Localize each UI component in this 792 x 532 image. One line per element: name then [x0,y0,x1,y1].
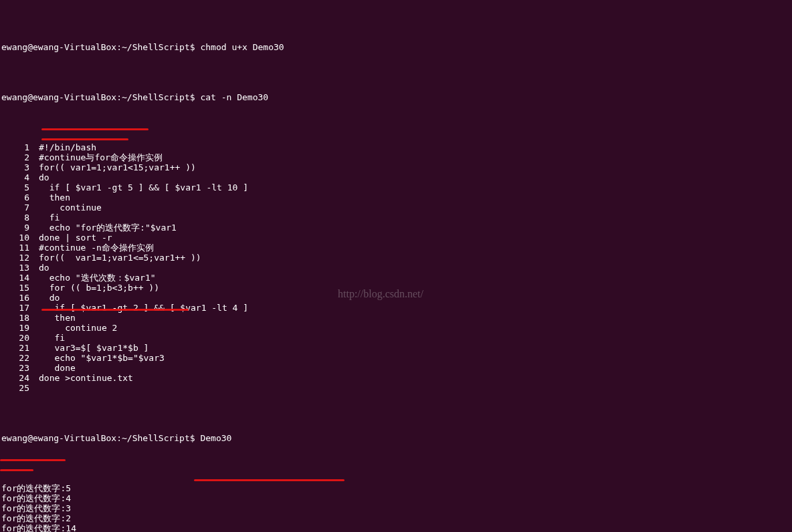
script-line: 22 echo "$var1*$b="$var3 [1,353,791,363]
line-number: 18 [1,313,39,323]
line-number: 6 [1,192,39,203]
line-code: done [39,363,76,373]
line-number: 5 [1,182,39,192]
cmd-chmod: chmod u+x Demo30 [200,42,284,52]
line-code: fi [39,213,60,223]
line-number: 4 [1,172,39,182]
line-code: then [39,313,76,323]
script-line: 8 fi [1,213,791,223]
script-line: 24done >continue.txt [1,373,791,383]
output-line: for的迭代数字:14 [1,523,791,532]
script-line: 16 do [1,293,791,303]
output-line: for的迭代数字:2 [1,513,791,523]
line-number: 10 [1,233,39,243]
line-code: then [39,192,70,203]
cmd-cat: cat -n Demo30 [200,92,268,102]
line-number: 21 [1,343,39,353]
annotation-underline-icon [0,459,66,461]
line-code: continue [39,203,102,213]
line-number: 2 [1,152,39,162]
script-line: 9 echo "for的迭代数字:"$var1 [1,223,791,233]
script-line: 7 continue [1,203,791,213]
script-line: 3for(( var1=1;var1<15;var1++ )) [1,162,791,172]
script-line: 14 echo "迭代次数：$var1" [1,273,791,283]
line-code: echo "$var1*$b="$var3 [39,353,165,363]
line-number: 7 [1,203,39,213]
line-code: do [39,263,50,273]
line-number: 15 [1,283,39,293]
script-line: 25 [1,383,791,393]
annotation-underline-icon [41,138,128,140]
line-code: continue 2 [39,323,117,333]
line-code: var3=$[ $var1*$b ] [39,343,148,353]
output-line: for的迭代数字:3 [1,503,791,513]
annotation-underline-icon [41,128,148,130]
line-code: echo "for的迭代数字:"$var1 [39,223,177,233]
line-code: fi [39,333,65,343]
line-number: 9 [1,223,39,233]
script-line: 15 for (( b=1;b<3;b++ )) [1,283,791,293]
line-code: for (( b=1;b<3;b++ )) [39,283,159,293]
script-line: 21 var3=$[ $var1*$b ] [1,343,791,353]
script-line: 19 continue 2 [1,323,791,333]
line-code: #continue -n命令操作实例 [39,243,154,253]
annotation-underline-icon [194,479,344,481]
output-line: for的迭代数字:4 [1,493,791,503]
prompt-line-run: ewang@ewang-VirtualBox:~/ShellScript$ De… [1,433,791,443]
script-line: 1#!/bin/bash [1,142,791,152]
prompt-path: ~/ShellScript [122,42,190,52]
line-code: do [39,293,60,303]
line-number: 11 [1,243,39,253]
line-number: 13 [1,263,39,273]
script-line: 11#continue -n命令操作实例 [1,243,791,253]
line-code: echo "迭代次数：$var1" [39,273,156,283]
line-code: do [39,172,50,182]
line-number: 12 [1,253,39,263]
line-number: 22 [1,353,39,363]
terminal[interactable]: ewang@ewang-VirtualBox:~/ShellScript$ ch… [0,0,792,532]
line-number: 14 [1,273,39,283]
line-number: 23 [1,363,39,373]
line-number: 24 [1,373,39,383]
line-number: 17 [1,303,39,313]
script-line: 18 then [1,313,791,323]
script-line: 20 fi [1,333,791,343]
line-code: #!/bin/bash [39,142,96,152]
script-line: 6 then [1,192,791,203]
script-line: 10done | sort -r [1,233,791,243]
line-code: if [ $var1 -gt 2 ] && [ $var1 -lt 4 ] [39,303,248,313]
prompt-line-cat: ewang@ewang-VirtualBox:~/ShellScript$ ca… [1,92,791,102]
line-code: for(( var1=1;var1<15;var1++ )) [39,162,196,172]
cat-output: 1#!/bin/bash2#continue与for命令操作实例3for(( v… [1,142,791,393]
line-number: 3 [1,162,39,172]
line-number: 8 [1,213,39,223]
script-line: 2#continue与for命令操作实例 [1,152,791,162]
script-line: 23 done [1,363,791,373]
line-code: for(( var1=1;var1<=5;var1++ )) [39,253,201,263]
line-number: 25 [1,383,39,393]
line-code: done >continue.txt [39,373,133,383]
line-code: #continue与for命令操作实例 [39,152,163,162]
script-line: 5 if [ $var1 -gt 5 ] && [ $var1 -lt 10 ] [1,182,791,192]
line-code: if [ $var1 -gt 5 ] && [ $var1 -lt 10 ] [39,182,248,192]
line-number: 1 [1,142,39,152]
script-line: 12for(( var1=1;var1<=5;var1++ )) [1,253,791,263]
annotation-underline-icon [0,469,33,471]
run-output: for的迭代数字:5for的迭代数字:4for的迭代数字:3for的迭代数字:2… [1,483,791,532]
line-number: 20 [1,333,39,343]
line-code: done | sort -r [39,233,112,243]
prompt-user: ewang@ewang-VirtualBox [1,42,116,52]
cmd-run: Demo30 [200,433,231,443]
output-line: for的迭代数字:5 [1,483,791,493]
script-line: 17 if [ $var1 -gt 2 ] && [ $var1 -lt 4 ] [1,303,791,313]
line-number: 19 [1,323,39,333]
script-line: 4do [1,172,791,182]
script-line: 13do [1,263,791,273]
line-number: 16 [1,293,39,303]
prompt-line-chmod: ewang@ewang-VirtualBox:~/ShellScript$ ch… [1,42,791,52]
